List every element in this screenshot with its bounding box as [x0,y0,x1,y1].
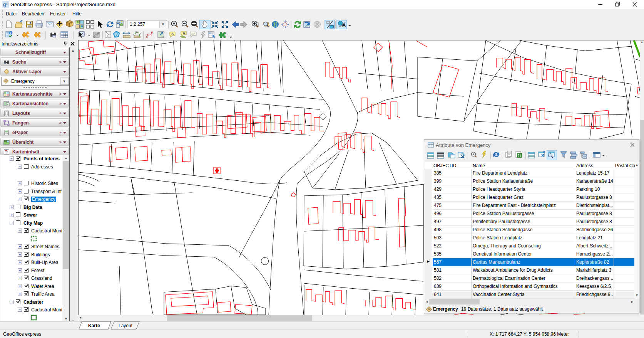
svg-text:Karte: Karte [88,323,100,328]
svg-text:Layout: Layout [119,323,133,328]
svg-text:A: A [183,31,186,35]
svg-text:A: A [171,32,174,36]
svg-text:O: O [6,2,8,6]
